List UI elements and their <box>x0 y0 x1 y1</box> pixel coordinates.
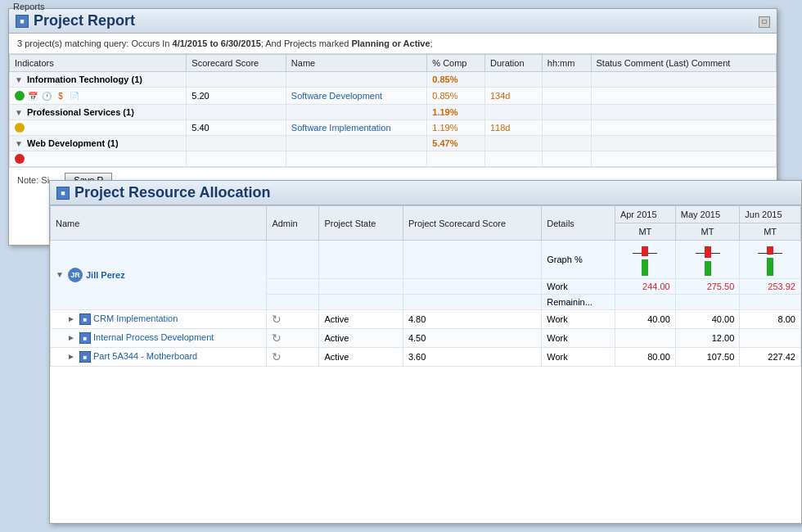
jill-name-link[interactable]: Jill Perez <box>86 270 125 280</box>
apr-bar-container <box>633 243 657 276</box>
col-comment: Status Comment (Last) Comment <box>591 55 776 72</box>
calendar-icon: 📅 <box>27 90 38 101</box>
group-ps-name-td <box>286 105 426 120</box>
subtitle-suffix: ; <box>430 38 433 48</box>
indicator-icons-sw-dev: 📅 🕐 $ 📄 <box>15 90 181 101</box>
status-dot-yellow <box>15 123 25 133</box>
sw-dev-hhmm <box>542 88 591 105</box>
sw-dev-link[interactable]: Software Development <box>291 91 382 101</box>
crm-name-link[interactable]: CRM Implementation <box>93 313 178 323</box>
part-details: Work <box>542 348 615 367</box>
col-scorecard: Scorecard Score <box>187 55 286 72</box>
group-ps-indicators: ▼ Professional Services (1) <box>10 105 187 120</box>
sw-impl-duration: 118d <box>484 120 542 136</box>
part-project-icon: ■ <box>79 351 91 363</box>
jill-may-rem <box>675 295 740 310</box>
jill-person-icon: JR Jill Perez <box>68 268 125 282</box>
group-web-score <box>187 136 286 151</box>
report-header-row: Indicators Scorecard Score Name % Comp D… <box>10 55 777 72</box>
sw-impl-link[interactable]: Software Implementation <box>291 123 391 133</box>
jill-apr-rem <box>615 295 675 310</box>
jill-may-graph <box>675 241 740 279</box>
collapse-web-arrow[interactable]: ▼ <box>15 139 23 148</box>
resource-window: ■ Project Resource Allocation Name Admin… <box>49 180 802 524</box>
web-item-name <box>286 151 426 167</box>
ipd-project-icon: ■ <box>79 332 91 344</box>
part-collapse-arrow[interactable]: ► <box>67 352 75 361</box>
apr-bar-red <box>642 246 648 256</box>
crm-apr: 40.00 <box>615 310 675 329</box>
dollar-icon: $ <box>55 90 66 101</box>
web-item-indicators <box>10 151 187 167</box>
crm-project-icon: ■ <box>79 313 91 325</box>
crm-may: 40.00 <box>675 310 740 329</box>
jill-work-admin <box>267 279 319 295</box>
window-controls[interactable]: □ <box>759 15 770 28</box>
ipd-admin-icon: ↻ <box>272 331 282 345</box>
col-indicators: Indicators <box>10 55 187 72</box>
part-admin: ↻ <box>267 348 319 367</box>
col-pcomp: % Comp <box>427 55 485 72</box>
group-ps-hhmm <box>542 105 591 120</box>
web-item-duration <box>484 151 542 167</box>
jun-bar-container <box>758 243 782 276</box>
sw-dev-indicators: 📅 🕐 $ 📄 <box>10 88 187 105</box>
group-ps-name: Professional Services (1) <box>27 107 134 117</box>
col-details-header: Details <box>542 206 615 241</box>
group-ps-duration <box>484 105 542 120</box>
maximize-button[interactable]: □ <box>759 16 770 28</box>
jill-rem-admin <box>267 295 319 310</box>
data-row-web-item <box>10 151 777 167</box>
crm-collapse-arrow[interactable]: ► <box>67 314 75 323</box>
sub-jun-mt: MT <box>740 223 801 241</box>
jun-bar-red <box>767 246 773 255</box>
crm-name-cell: ► ■ CRM Implementation <box>51 310 267 329</box>
part-admin-icon: ↻ <box>272 350 282 363</box>
group-it-score <box>187 72 286 88</box>
collapse-it-arrow[interactable]: ▼ <box>15 75 23 84</box>
ipd-state: Active <box>319 329 403 348</box>
part-apr: 80.00 <box>615 348 675 367</box>
jill-collapse-arrow[interactable]: ▼ <box>56 270 64 279</box>
crm-details: Work <box>542 310 615 329</box>
person-row-jill: ▼ JR Jill Perez Graph % <box>51 241 801 279</box>
subtitle-date: 4/1/2015 to 6/30/2015 <box>173 38 261 48</box>
jill-work-state <box>319 279 403 295</box>
document-icon: 📄 <box>69 90 80 101</box>
jill-jun-rem <box>740 295 801 310</box>
jill-rem-score <box>403 295 541 310</box>
data-row-sw-impl: 5.40 Software Implementation 1.19% 118d <box>10 120 777 136</box>
group-row-it: ▼ Information Technology (1) 0.85% <box>10 72 777 88</box>
may-bar-red <box>705 246 711 258</box>
report-window-icon: ■ <box>16 15 29 28</box>
data-row-sw-dev: 📅 🕐 $ 📄 5.20 Software Development 0.85% … <box>10 88 777 105</box>
jill-detail-graph: Graph % <box>542 241 615 279</box>
jill-work-score <box>403 279 541 295</box>
ipd-name-cell: ► ■ Internal Process Development <box>51 329 267 348</box>
part-name-link[interactable]: Part 5A344 - Motherboard <box>93 351 197 361</box>
resource-table: Name Admin Project State Project Scoreca… <box>50 205 801 367</box>
col-project-state-header: Project State <box>319 206 403 241</box>
group-web-duration <box>484 136 542 151</box>
clock-icon: 🕐 <box>41 90 52 101</box>
sw-dev-comment <box>591 88 776 105</box>
group-ps-comment <box>591 105 776 120</box>
group-web-name: Web Development (1) <box>27 138 119 148</box>
part-score: 3.60 <box>403 348 541 367</box>
ipd-collapse-arrow[interactable]: ► <box>67 333 75 342</box>
web-item-score <box>187 151 286 167</box>
app-title: Reports <box>8 0 50 13</box>
jill-score <box>403 241 541 279</box>
resource-month-header: Name Admin Project State Project Scoreca… <box>51 206 801 223</box>
group-web-comment <box>591 136 776 151</box>
jill-detail-work: Work <box>542 279 615 295</box>
indicator-icons-sw-impl <box>15 123 181 133</box>
report-table: Indicators Scorecard Score Name % Comp D… <box>9 54 777 167</box>
crm-score: 4.80 <box>403 310 541 329</box>
jill-name-cell: ▼ JR Jill Perez <box>51 241 267 310</box>
ipd-admin: ↻ <box>267 329 319 348</box>
collapse-ps-arrow[interactable]: ▼ <box>15 108 23 117</box>
web-item-pcomp <box>427 151 485 167</box>
ipd-name-link[interactable]: Internal Process Development <box>93 332 214 342</box>
sw-dev-pcomp: 0.85% <box>427 88 485 105</box>
